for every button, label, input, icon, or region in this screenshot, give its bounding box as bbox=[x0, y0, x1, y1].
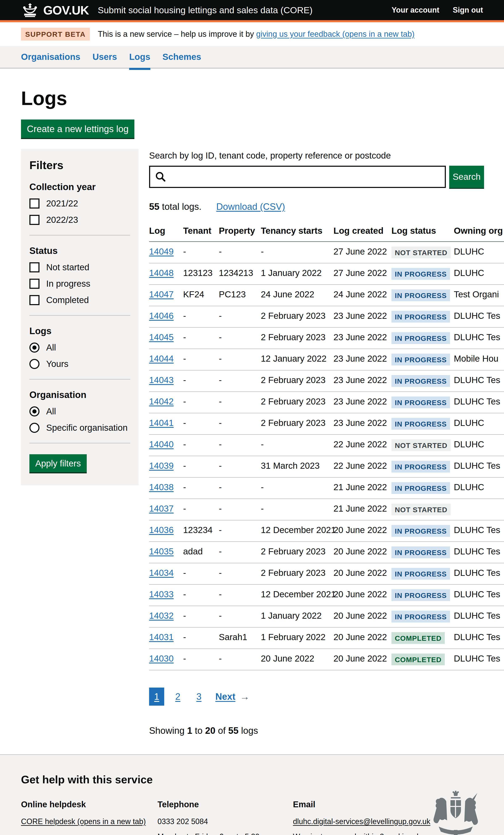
log-link[interactable]: 14037 bbox=[149, 504, 174, 513]
property-cell: - bbox=[219, 434, 261, 456]
log-link[interactable]: 14035 bbox=[149, 547, 174, 556]
tenancy-starts-cell: 2 February 2023 bbox=[261, 392, 334, 413]
phase-banner-prefix: This is a new service – help us improve … bbox=[98, 29, 256, 38]
service-name-link[interactable]: Submit social housing lettings and sales… bbox=[98, 5, 313, 15]
apply-filters-button[interactable]: Apply filters bbox=[29, 454, 87, 472]
radio-all[interactable]: All bbox=[29, 406, 130, 416]
next-page-link[interactable]: Next bbox=[215, 691, 235, 702]
owning-organisation-cell: DLUHC bbox=[454, 263, 504, 285]
checkbox-control[interactable] bbox=[29, 262, 39, 272]
status-badge: COMPLETED bbox=[391, 632, 445, 644]
log-link[interactable]: 14034 bbox=[149, 568, 174, 578]
primary-nav: OrganisationsUsersLogsSchemes bbox=[0, 46, 504, 68]
nav-item-users[interactable]: Users bbox=[93, 52, 117, 68]
log-link[interactable]: 14033 bbox=[149, 589, 174, 599]
log-link[interactable]: 14042 bbox=[149, 396, 174, 406]
log-link[interactable]: 14043 bbox=[149, 375, 174, 385]
email-link[interactable]: dluhc.digital-services@levellingup.gov.u… bbox=[293, 817, 430, 826]
tenancy-starts-cell: - bbox=[261, 434, 334, 456]
table-row: 14033--12 December 202120 June 2022IN PR… bbox=[149, 585, 504, 606]
option-label: 2021/22 bbox=[46, 199, 78, 208]
create-lettings-log-button[interactable]: Create a new lettings log bbox=[21, 120, 135, 138]
log-cell: 14042 bbox=[149, 392, 183, 413]
log-link[interactable]: 14044 bbox=[149, 354, 174, 364]
checkbox-control[interactable] bbox=[29, 279, 39, 289]
header-links: Your account Sign out bbox=[392, 6, 483, 15]
log-link[interactable]: 14049 bbox=[149, 247, 174, 257]
download-csv-link[interactable]: Download (CSV) bbox=[216, 201, 285, 212]
checkbox-control[interactable] bbox=[29, 215, 39, 225]
radio-control[interactable] bbox=[29, 359, 39, 369]
log-created-cell: 20 June 2022 bbox=[334, 627, 391, 649]
tenant-cell: - bbox=[183, 370, 219, 392]
tenant-cell: - bbox=[183, 306, 219, 327]
tenancy-starts-cell: 1 February 2022 bbox=[261, 627, 334, 649]
checkbox-2021-22[interactable]: 2021/22 bbox=[29, 199, 130, 208]
owning-organisation-cell: DLUHC Tes bbox=[454, 606, 504, 627]
log-link[interactable]: 14046 bbox=[149, 311, 174, 321]
logs-table: LogTenantPropertyTenancy startsLog creat… bbox=[149, 222, 504, 670]
checkbox-not-started[interactable]: Not started bbox=[29, 262, 130, 272]
nav-item-schemes[interactable]: Schemes bbox=[163, 52, 201, 68]
tenancy-starts-cell: 24 June 2022 bbox=[261, 285, 334, 306]
checkbox-control[interactable] bbox=[29, 295, 39, 305]
govuk-header: GOV.UK Submit social housing lettings an… bbox=[0, 0, 504, 22]
log-link[interactable]: 14030 bbox=[149, 654, 174, 664]
telephone-hours: Monday to Friday, 9am to 5:30pm bbox=[158, 832, 293, 835]
nav-item-organisations[interactable]: Organisations bbox=[21, 52, 80, 68]
divider bbox=[29, 235, 130, 236]
core-helpdesk-link[interactable]: CORE helpdesk (opens in a new tab) bbox=[21, 817, 146, 826]
log-status-cell: COMPLETED bbox=[391, 627, 454, 649]
table-row: 14031-Sarah11 February 202220 June 2022C… bbox=[149, 627, 504, 649]
nav-item-logs[interactable]: Logs bbox=[129, 52, 150, 68]
tenant-cell: - bbox=[183, 627, 219, 649]
filter-group-label: Status bbox=[29, 245, 130, 256]
log-status-cell: IN PROGRESS bbox=[391, 456, 454, 477]
checkbox-completed[interactable]: Completed bbox=[29, 295, 130, 305]
page-2[interactable]: 2 bbox=[170, 688, 185, 706]
log-link[interactable]: 14045 bbox=[149, 332, 174, 342]
owning-organisation-cell: DLUHC Tes bbox=[454, 306, 504, 327]
search-input[interactable] bbox=[149, 166, 446, 188]
tenancy-starts-cell: - bbox=[261, 242, 334, 263]
log-link[interactable]: 14038 bbox=[149, 482, 174, 492]
filter-group-label: Logs bbox=[29, 326, 130, 336]
showing-summary: Showing 1 to 20 of 55 logs bbox=[149, 726, 504, 736]
page-3[interactable]: 3 bbox=[191, 688, 206, 706]
property-cell: - bbox=[219, 499, 261, 520]
owning-organisation-cell: DLUHC Tes bbox=[454, 392, 504, 413]
checkbox-2022-23[interactable]: 2022/23 bbox=[29, 215, 130, 225]
your-account-link[interactable]: Your account bbox=[392, 6, 439, 15]
property-cell: - bbox=[219, 542, 261, 563]
tenant-cell: KF24 bbox=[183, 285, 219, 306]
search-button[interactable]: Search bbox=[449, 166, 484, 188]
log-link[interactable]: 14032 bbox=[149, 611, 174, 620]
column-header: Log status bbox=[391, 222, 454, 242]
radio-yours[interactable]: Yours bbox=[29, 359, 130, 369]
radio-control[interactable] bbox=[29, 406, 39, 416]
feedback-link[interactable]: giving us your feedback (opens in a new … bbox=[256, 29, 415, 38]
govuk-logotype[interactable]: GOV.UK bbox=[43, 3, 89, 17]
log-link[interactable]: 14041 bbox=[149, 418, 174, 428]
sign-out-link[interactable]: Sign out bbox=[453, 6, 483, 15]
log-link[interactable]: 14040 bbox=[149, 439, 174, 449]
log-status-cell: IN PROGRESS bbox=[391, 370, 454, 392]
log-cell: 14045 bbox=[149, 327, 183, 349]
radio-all[interactable]: All bbox=[29, 343, 130, 353]
checkbox-in-progress[interactable]: In progress bbox=[29, 279, 130, 289]
total-logs-text: 55 total logs. bbox=[149, 201, 202, 212]
log-link[interactable]: 14039 bbox=[149, 461, 174, 471]
property-cell: - bbox=[219, 370, 261, 392]
page-1[interactable]: 1 bbox=[149, 688, 164, 706]
radio-control[interactable] bbox=[29, 343, 39, 353]
log-link[interactable]: 14031 bbox=[149, 632, 174, 642]
telephone-number: 0333 202 5084 bbox=[158, 817, 208, 826]
checkbox-control[interactable] bbox=[29, 199, 39, 208]
radio-control[interactable] bbox=[29, 423, 39, 433]
log-cell: 14039 bbox=[149, 456, 183, 477]
log-link[interactable]: 14036 bbox=[149, 525, 174, 535]
log-link[interactable]: 14048 bbox=[149, 268, 174, 278]
log-link[interactable]: 14047 bbox=[149, 289, 174, 299]
radio-specific-organisation[interactable]: Specific organisation bbox=[29, 423, 130, 433]
column-header: Log bbox=[149, 222, 183, 242]
